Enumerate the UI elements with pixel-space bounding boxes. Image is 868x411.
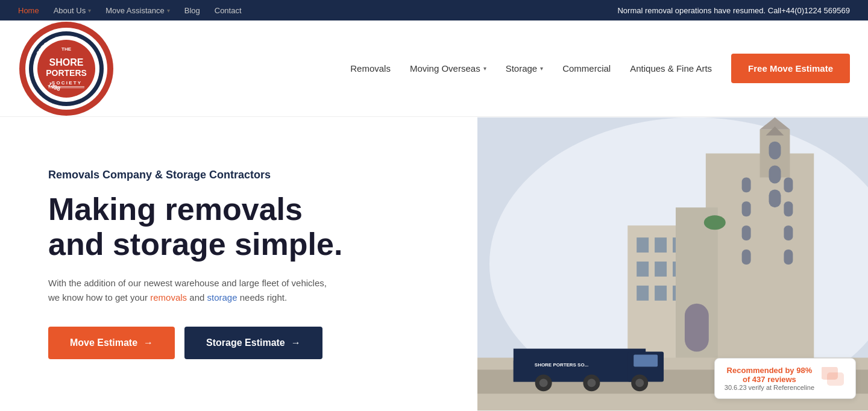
nav-blog[interactable]: Blog: [184, 6, 200, 15]
svg-point-49: [539, 378, 548, 387]
svg-rect-20: [769, 166, 781, 184]
nav-about[interactable]: About Us ▾: [54, 6, 91, 15]
chevron-icon: ▾: [540, 65, 543, 72]
svg-rect-19: [769, 142, 781, 160]
chevron-icon: ▾: [88, 7, 91, 14]
nav-removals[interactable]: Removals: [350, 63, 391, 74]
move-estimate-label: Move Estimate: [70, 337, 137, 348]
nav-commercial[interactable]: Commercial: [562, 63, 611, 74]
chevron-icon: ▾: [167, 7, 170, 14]
review-badge: Recommended by 98% of 437 reviews 30.6.2…: [714, 358, 856, 399]
nav-move-assistance[interactable]: Move Assistance ▾: [105, 6, 170, 15]
main-nav-links: Removals Moving Overseas ▾ Storage ▾ Com…: [350, 54, 850, 83]
main-nav: EST'D THE SHORE PORTERS S O C I E T Y 14…: [0, 20, 868, 117]
chat-icon: [822, 367, 846, 391]
arrow-icon: →: [291, 337, 301, 348]
move-estimate-button[interactable]: Move Estimate →: [48, 327, 175, 359]
svg-rect-34: [637, 262, 649, 277]
arrow-icon: →: [143, 337, 153, 348]
nav-antiques[interactable]: Antiques & Fine Arts: [630, 63, 712, 74]
nav-contact[interactable]: Contact: [215, 6, 242, 15]
svg-point-55: [704, 215, 726, 230]
hero-buttons: Move Estimate → Storage Estimate →: [48, 327, 441, 359]
topbar-notice: Normal removal operations have resumed. …: [617, 6, 850, 15]
svg-rect-28: [742, 249, 751, 265]
chevron-icon: ▾: [483, 65, 486, 72]
svg-rect-57: [828, 373, 843, 385]
svg-rect-24: [742, 201, 751, 216]
storage-estimate-label: Storage Estimate: [206, 337, 285, 348]
svg-rect-47: [634, 355, 658, 367]
topbar: Home About Us ▾ Move Assistance ▾ Blog C…: [0, 0, 868, 20]
svg-text:SHORE: SHORE: [49, 57, 84, 67]
svg-rect-25: [784, 201, 793, 216]
logo: EST'D THE SHORE PORTERS S O C I E T Y 14…: [18, 20, 115, 117]
logo-area: EST'D THE SHORE PORTERS S O C I E T Y 14…: [18, 20, 115, 117]
hero-title-line2: and storage simple.: [48, 227, 342, 262]
topbar-nav: Home About Us ▾ Move Assistance ▾ Blog C…: [18, 6, 242, 15]
svg-rect-22: [742, 177, 751, 192]
storage-link[interactable]: storage: [207, 292, 237, 303]
hero-section: Removals Company & Storage Contractors M…: [0, 117, 868, 411]
removals-link[interactable]: removals: [150, 292, 187, 303]
hero-description: With the addition of our newest warehous…: [48, 276, 338, 305]
nav-home[interactable]: Home: [18, 6, 39, 15]
svg-text:THE: THE: [61, 46, 72, 52]
svg-point-53: [635, 378, 644, 387]
hero-image: SHORE PORTERS SO... Recommended by 98% o…: [477, 117, 868, 411]
hero-content: Removals Company & Storage Contractors M…: [0, 117, 477, 411]
svg-rect-26: [742, 225, 751, 240]
svg-rect-23: [784, 177, 793, 192]
nav-moving-overseas[interactable]: Moving Overseas ▾: [410, 63, 486, 74]
svg-text:SHORE PORTERS SO...: SHORE PORTERS SO...: [535, 362, 588, 368]
svg-rect-27: [784, 225, 793, 240]
review-line2: of 437 reviews: [725, 375, 814, 384]
hero-title: Making removals and storage simple.: [48, 192, 441, 261]
review-text: Recommended by 98% of 437 reviews 30.6.2…: [725, 366, 814, 391]
svg-rect-40: [676, 207, 718, 381]
svg-rect-15: [706, 154, 814, 382]
svg-rect-38: [655, 286, 667, 301]
svg-text:PORTERS: PORTERS: [46, 68, 87, 78]
svg-rect-21: [769, 189, 781, 207]
svg-rect-29: [784, 249, 793, 265]
hero-title-line1: Making removals: [48, 192, 303, 227]
svg-rect-41: [685, 304, 709, 352]
storage-estimate-button[interactable]: Storage Estimate →: [184, 327, 322, 359]
hero-subtitle: Removals Company & Storage Contractors: [48, 169, 441, 181]
svg-rect-35: [655, 262, 667, 277]
svg-rect-31: [637, 237, 649, 253]
svg-point-51: [587, 378, 596, 387]
review-line3: 30.6.23 verify at Referenceline: [725, 384, 814, 391]
svg-rect-32: [655, 237, 667, 253]
free-estimate-button[interactable]: Free Move Estimate: [731, 54, 850, 83]
nav-storage[interactable]: Storage ▾: [506, 63, 544, 74]
svg-rect-37: [637, 286, 649, 301]
review-line1: Recommended by 98%: [725, 366, 814, 375]
